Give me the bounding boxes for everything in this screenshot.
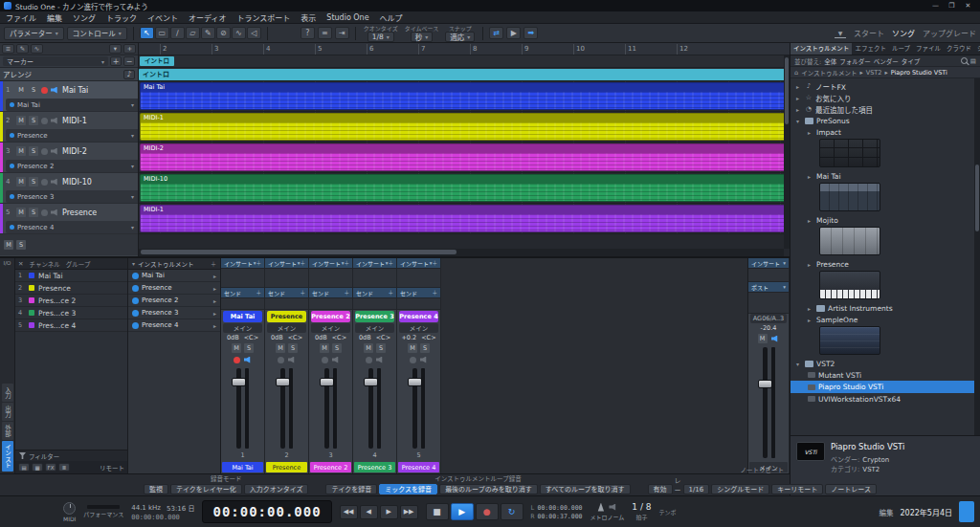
arrow-tool-button[interactable]: ↖ (140, 27, 154, 39)
post-section-header[interactable]: ポスト▾ (748, 282, 789, 293)
maximize-button[interactable]: ❐ (944, 2, 960, 10)
bend-tool-button[interactable]: ∿ (232, 27, 246, 39)
tree-folder-vst2[interactable]: ▾VST2 (791, 358, 980, 369)
volume-fader[interactable] (280, 368, 285, 449)
input-quantize-button[interactable]: 入力クオンタイズ (244, 484, 309, 494)
channel-label[interactable]: Presence 4 (398, 462, 439, 472)
volume-fader[interactable] (236, 368, 241, 449)
impact-thumbnail[interactable] (819, 139, 880, 167)
solo-button[interactable]: S (29, 208, 38, 217)
monitor-button[interactable] (51, 179, 59, 186)
channel-label[interactable]: Presence 2 (310, 462, 351, 472)
record-arm-button[interactable] (41, 118, 48, 124)
track-list-icon[interactable]: ≡ (2, 44, 14, 54)
instrument-list-item[interactable]: Presence 2▸ (128, 295, 220, 307)
record-arm-button[interactable] (410, 357, 416, 363)
menu-view[interactable]: 表示 (301, 12, 316, 23)
channel-list-row[interactable]: 1Mai Tai (15, 270, 127, 282)
step-forward-button[interactable]: ▶ (380, 505, 398, 519)
mute-button[interactable]: M (364, 343, 373, 353)
tree-item-mutant-vsti[interactable]: Mutant VSTi (791, 369, 980, 381)
gain-value[interactable]: +0.2 (401, 334, 416, 341)
gain-value[interactable]: 0dB (359, 334, 371, 341)
monitor-button[interactable] (51, 209, 59, 216)
tree-item-impact[interactable]: ▸Impact (791, 126, 980, 138)
record-mix-button[interactable]: ミックスを録音 (379, 484, 437, 494)
record-button[interactable]: ● (476, 503, 499, 520)
browser-scrollbar[interactable] (974, 78, 980, 435)
tree-item-piapro-selected[interactable]: Piapro Studio VSTi (791, 381, 980, 393)
tree-item-sampleone[interactable]: ▸SampleOne (791, 314, 980, 325)
mono-button[interactable]: M (758, 334, 768, 343)
rewind-button[interactable]: ◀◀ (340, 505, 358, 519)
midi-clip[interactable]: Mai Tai (140, 82, 788, 110)
tab-files[interactable]: ファイル (913, 43, 944, 55)
mute-button[interactable]: M (16, 177, 26, 187)
follow-toggle-button[interactable]: ⇄ (489, 27, 503, 39)
breadcrumb-item[interactable]: インストゥルメント (801, 68, 857, 77)
monitor-button[interactable] (51, 118, 59, 124)
instrument-selector[interactable]: Presence 3▾ (6, 190, 138, 203)
tree-item-recent[interactable]: ▸◔最近追加した項目 (791, 103, 980, 115)
insert-section-header[interactable]: インサート▾ (748, 258, 789, 269)
volume-fader[interactable] (412, 368, 417, 449)
mute-button[interactable]: M (16, 146, 26, 156)
add-marker-button[interactable]: + (110, 56, 122, 66)
note-repeat-enable-button[interactable]: 有効 (648, 484, 673, 494)
mojito-thumbnail[interactable] (819, 227, 880, 255)
solo-button[interactable]: S (244, 343, 254, 353)
instrument-button[interactable]: Presence 2 (311, 311, 350, 322)
page-tab-song[interactable]: ソング (892, 28, 915, 38)
monitor-button[interactable] (244, 357, 253, 363)
midi-clip[interactable]: MIDI-2 (140, 143, 788, 171)
quantize-dropdown[interactable]: 1/8▾ (368, 32, 394, 42)
instrument-button[interactable]: Mai Tai (223, 311, 262, 322)
solo-button[interactable]: S (29, 146, 38, 156)
gain-value[interactable]: 0dB (271, 334, 283, 341)
menu-edit[interactable]: 編集 (47, 12, 62, 23)
mute-button[interactable]: M (320, 343, 329, 353)
mute-button[interactable]: M (16, 208, 26, 217)
pan-value[interactable]: <C> (376, 334, 390, 341)
tree-item-presence[interactable]: ▸Presence (791, 258, 980, 270)
music-note-icon[interactable]: ♪ (123, 70, 135, 79)
channel-list-row[interactable]: 2Presence (15, 282, 127, 295)
instrument-selector[interactable]: Mai Tai▾ (6, 99, 138, 111)
instrument-selector[interactable]: Presence 2▾ (6, 160, 138, 172)
send-section-header[interactable]: センド＋ (221, 288, 264, 298)
hardware-output-selector[interactable]: AG06/A..3 (750, 314, 787, 323)
loop-button[interactable]: ↻ (501, 503, 523, 520)
edit-label[interactable]: 編集 (879, 507, 893, 517)
power-icon[interactable] (132, 310, 139, 317)
page-tab-start[interactable]: スタート (854, 28, 884, 38)
midi-clip[interactable]: MIDI-1 (140, 205, 788, 232)
send-section-header[interactable]: センド＋ (353, 288, 396, 298)
midi-clip[interactable]: MIDI-1 (140, 113, 788, 141)
tab-shop[interactable]: ショップ (974, 43, 980, 55)
autoscroll-toggle-button[interactable]: ▶ (506, 27, 521, 39)
arrange-horizontal-scrollbar[interactable] (139, 249, 784, 256)
channel-label[interactable]: Presence 3 (354, 462, 395, 472)
monitor-button[interactable] (332, 357, 341, 363)
instrument-list-item[interactable]: Presence 3▸ (128, 307, 220, 319)
volume-fader[interactable] (324, 368, 329, 449)
download-icon[interactable]: ▼ (835, 28, 846, 38)
instrument-list-item[interactable]: Mai Tai▸ (128, 270, 220, 282)
channel-label[interactable]: Presence (266, 462, 307, 472)
solo-button[interactable]: S (288, 343, 298, 353)
record-arm-button[interactable] (41, 179, 48, 186)
channel-list-row[interactable]: 4Pres…ce 3 (15, 307, 127, 319)
monitor-button[interactable] (288, 357, 297, 363)
instrument-button[interactable]: Presence 4 (399, 311, 438, 322)
range-tool-button[interactable]: ▭ (155, 27, 169, 39)
track-row[interactable]: 3 M S MIDI-2 Presence 2▾ (0, 143, 138, 173)
solo-button[interactable]: S (29, 85, 38, 95)
insert-section-header[interactable]: インサート▾＋ (353, 258, 396, 269)
track-row[interactable]: 2 M S MIDI-1 Presence▾ (0, 112, 138, 143)
speaker-icon[interactable] (771, 336, 780, 342)
close-icon[interactable]: ✕ (18, 260, 23, 268)
instrument-selector[interactable]: Presence▾ (6, 129, 138, 142)
large-console-icon[interactable]: ▦ (32, 463, 43, 472)
rate-value-dropdown[interactable]: 1/16 (683, 484, 710, 494)
add-track-button[interactable]: + (123, 44, 136, 54)
